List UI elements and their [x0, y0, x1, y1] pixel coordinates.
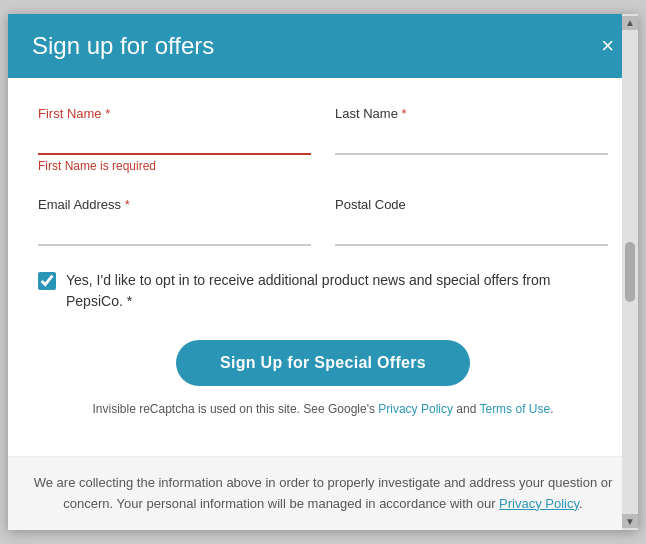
last-name-label: Last Name *	[335, 106, 608, 121]
modal-header: Sign up for offers ×	[8, 14, 638, 78]
scrollbar-thumb[interactable]	[625, 242, 635, 302]
email-postal-row: Email Address * Postal Code	[38, 197, 608, 246]
submit-button[interactable]: Sign Up for Special Offers	[176, 340, 470, 386]
first-name-label: First Name *	[38, 106, 311, 121]
name-row: First Name * First Name is required Last…	[38, 106, 608, 173]
submit-area: Sign Up for Special Offers	[38, 340, 608, 386]
email-label: Email Address *	[38, 197, 311, 212]
scrollbar: ▲ ▼	[622, 14, 638, 531]
email-group: Email Address *	[38, 197, 311, 246]
last-name-input[interactable]	[335, 125, 608, 155]
first-name-input[interactable]	[38, 125, 311, 155]
email-input[interactable]	[38, 216, 311, 246]
last-name-group: Last Name *	[335, 106, 608, 173]
privacy-notice-footer: We are collecting the information above …	[8, 456, 638, 531]
privacy-policy-footer-link[interactable]: Privacy Policy	[499, 496, 579, 511]
first-name-error: First Name is required	[38, 159, 311, 173]
terms-of-use-link[interactable]: Terms of Use	[479, 402, 550, 416]
modal-title: Sign up for offers	[32, 32, 214, 60]
first-name-group: First Name * First Name is required	[38, 106, 311, 173]
privacy-policy-link[interactable]: Privacy Policy	[378, 402, 453, 416]
recaptcha-notice: Invisible reCaptcha is used on this site…	[38, 402, 608, 416]
opt-in-checkbox[interactable]	[38, 272, 56, 290]
checkbox-row: Yes, I'd like to opt in to receive addit…	[38, 270, 608, 312]
postal-code-label: Postal Code	[335, 197, 608, 212]
modal-body: First Name * First Name is required Last…	[8, 78, 638, 456]
close-button[interactable]: ×	[601, 35, 614, 57]
postal-code-input[interactable]	[335, 216, 608, 246]
scroll-up-arrow[interactable]: ▲	[622, 16, 638, 30]
scroll-down-arrow[interactable]: ▼	[622, 514, 638, 528]
opt-in-label[interactable]: Yes, I'd like to opt in to receive addit…	[66, 270, 608, 312]
postal-code-group: Postal Code	[335, 197, 608, 246]
